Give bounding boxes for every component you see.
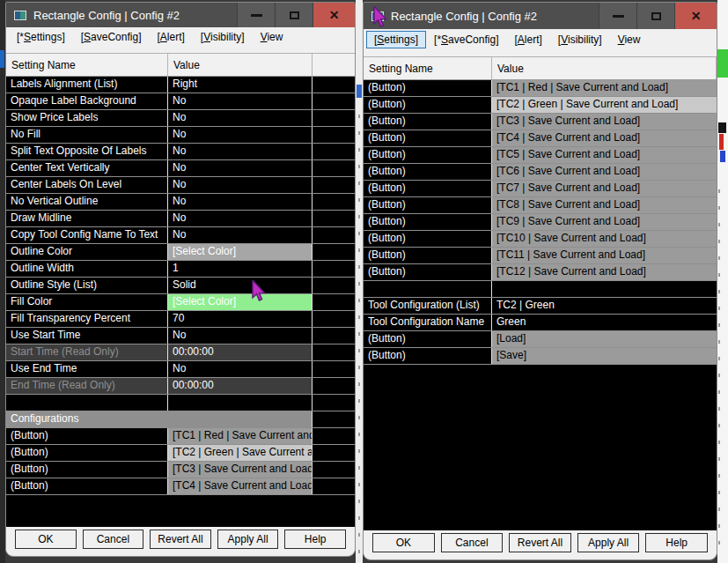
minimize-icon [251, 14, 262, 17]
table-row: (Button)[TC2 | Green | Save Current and … [364, 97, 717, 114]
titlebar[interactable]: Rectangle Config | Config #2 ✕ [364, 3, 717, 29]
titlebar[interactable]: Rectangle Config | Config #2 ✕ [6, 3, 355, 27]
maximize-button[interactable] [636, 3, 674, 29]
setting-value-cell[interactable]: No [168, 93, 313, 109]
menu-item-visibility[interactable]: [Visibility] [550, 31, 610, 48]
setting-value-cell[interactable]: 00:00:00 [168, 344, 313, 360]
setting-value-cell[interactable]: No [168, 328, 313, 344]
menu-item-saveconfig[interactable]: [*SaveConfig] [426, 31, 506, 48]
setting-value-cell[interactable]: No [168, 177, 313, 193]
revert-all-button[interactable]: Revert All [509, 533, 571, 552]
settings-table: (Button)[TC1 | Red | Save Current and Lo… [364, 80, 717, 365]
minimize-button[interactable] [599, 3, 636, 29]
minimize-button[interactable] [237, 3, 275, 27]
setting-value-cell[interactable]: Green [492, 315, 717, 330]
config-button-cell[interactable]: [TC5 | Save Current and Load] [492, 147, 717, 163]
setting-value-cell[interactable]: No [168, 227, 313, 243]
maximize-button[interactable] [275, 3, 313, 27]
config-button-cell[interactable]: [TC9 | Save Current and Load] [492, 214, 717, 230]
config-button-cell[interactable]: [TC2 | Green | Save Current and Load] [492, 97, 717, 113]
menu-item-view[interactable]: View [610, 31, 649, 48]
setting-name-cell: No Fill [6, 127, 168, 143]
config-button-cell[interactable]: [TC6 | Save Current and Load] [492, 164, 717, 180]
config-button-cell[interactable]: [TC1 | Red | Save Current and L [168, 428, 313, 444]
cancel-button[interactable]: Cancel [441, 533, 504, 552]
menu-item-settings[interactable]: [Settings] [366, 31, 426, 48]
config-button-cell[interactable]: [TC4 | Save Current and Load] [492, 130, 717, 146]
menu-item-visibility[interactable]: [Visibility] [193, 28, 253, 46]
table-row: Use End TimeNo [6, 361, 355, 378]
row-filler-cell [313, 378, 355, 394]
setting-value-cell[interactable]: No [168, 144, 313, 159]
setting-value-cell[interactable]: TC2 | Green [492, 298, 717, 314]
config-button-cell[interactable]: [TC4 | Save Current and Load] [168, 478, 313, 494]
setting-name-cell: Copy Tool Config Name To Text [6, 227, 168, 243]
setting-value-cell[interactable]: No [168, 110, 313, 126]
setting-value-cell[interactable]: [Select Color] [168, 244, 313, 260]
setting-value-cell[interactable]: No [168, 127, 313, 143]
menu-item-view[interactable]: View [253, 28, 291, 46]
ok-button[interactable]: OK [372, 533, 435, 552]
table-row: Opaque Label BackgroundNo [6, 93, 355, 110]
table-header: Setting NameValue [6, 53, 355, 77]
row-filler-cell [313, 278, 355, 293]
caption-buttons: ✕ [237, 3, 355, 27]
setting-value-cell[interactable]: Solid [168, 278, 313, 293]
setting-value-cell[interactable]: No [168, 211, 313, 226]
menu-item-saveconfig[interactable]: [SaveConfig] [73, 28, 150, 46]
setting-value-cell[interactable]: No [168, 361, 313, 377]
setting-name-cell: Tool Configuration (List) [364, 298, 492, 314]
config-button-cell[interactable]: [TC7 | Save Current and Load] [492, 181, 717, 196]
config-button-cell[interactable]: [Save] [492, 348, 717, 364]
config-button-cell[interactable]: [TC12 | Save Current and Load] [492, 264, 717, 280]
setting-value-cell[interactable]: [Select Color] [168, 294, 313, 310]
setting-value-cell[interactable]: 00:00:00 [168, 378, 313, 394]
config-button-cell[interactable]: [TC8 | Save Current and Load] [492, 197, 717, 213]
table-row: No FillNo [6, 127, 355, 144]
setting-name-cell: (Button) [364, 80, 492, 96]
menu-item-alert[interactable]: [Alert] [149, 28, 192, 46]
setting-value-cell[interactable]: No [168, 160, 313, 176]
config-button-cell[interactable]: [TC3 | Save Current and Load] [492, 114, 717, 130]
table-row: (Button)[TC8 | Save Current and Load] [364, 197, 717, 214]
close-button[interactable]: ✕ [674, 3, 717, 29]
setting-name-cell: (Button) [364, 197, 492, 213]
config-button-cell[interactable]: [Load] [492, 331, 717, 347]
window-title: Rectangle Config | Config #2 [391, 10, 537, 23]
help-button[interactable]: Help [284, 530, 346, 549]
background-right-sliver [717, 0, 728, 563]
apply-all-button[interactable]: Apply All [577, 533, 640, 552]
apply-all-button[interactable]: Apply All [217, 530, 279, 549]
background-blue-mark [0, 50, 4, 68]
setting-value-cell[interactable]: 1 [168, 261, 313, 277]
menu-item-settings[interactable]: [*Settings] [9, 28, 73, 46]
setting-name-cell: Center Text Vertically [6, 160, 168, 176]
table-row: (Button)[TC11 | Save Current and Load] [364, 248, 717, 264]
cancel-button[interactable]: Cancel [83, 530, 144, 549]
setting-value-cell[interactable]: Right [168, 77, 313, 93]
config-button-cell[interactable]: [TC10 | Save Current and Load] [492, 231, 717, 247]
setting-name-cell: Tool Configuration Name [364, 315, 492, 330]
row-filler-cell [313, 395, 355, 411]
setting-value-cell[interactable]: 70 [168, 311, 313, 327]
menu-item-alert[interactable]: [Alert] [506, 31, 549, 48]
setting-name-cell: Outline Color [6, 244, 168, 260]
ok-button[interactable]: OK [15, 530, 77, 549]
setting-name-cell: Use End Time [6, 361, 168, 377]
revert-all-button[interactable]: Revert All [150, 530, 211, 549]
config-button-cell[interactable]: [TC1 | Red | Save Current and Load] [492, 80, 717, 96]
config-button-cell[interactable]: [TC2 | Green | Save Current and [168, 445, 313, 461]
column-header-empty [313, 54, 355, 76]
setting-name-cell: (Button) [364, 147, 492, 163]
close-button[interactable]: ✕ [313, 3, 355, 27]
table-row: (Button)[TC4 | Save Current and Load] [6, 478, 355, 495]
setting-name-cell: (Button) [364, 264, 492, 280]
config-button-cell[interactable]: [TC11 | Save Current and Load] [492, 248, 717, 263]
maximize-icon [651, 12, 661, 20]
setting-name-cell: (Button) [6, 478, 168, 494]
config-button-cell[interactable]: [TC3 | Save Current and Load] [168, 462, 313, 478]
setting-name-cell: (Button) [364, 181, 492, 196]
setting-value-cell[interactable]: No [168, 194, 313, 210]
table-row: Fill Transparency Percent70 [6, 311, 355, 328]
help-button[interactable]: Help [645, 533, 708, 552]
